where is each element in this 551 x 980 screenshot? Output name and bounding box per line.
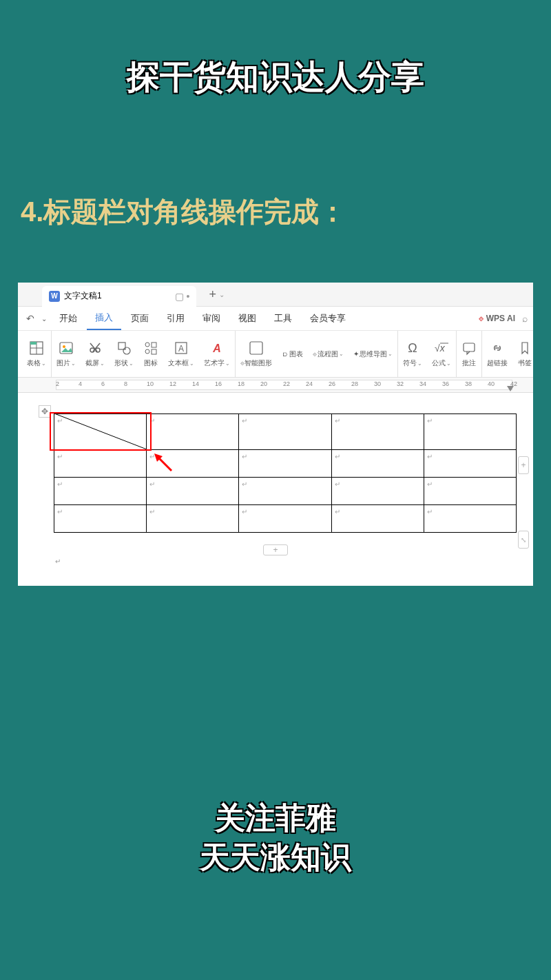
menu-item-视图[interactable]: 视图 xyxy=(230,307,264,330)
ruler-tick: 38 xyxy=(465,380,472,387)
图表-icon: ⫐ xyxy=(282,350,289,358)
ruler-tick: 22 xyxy=(283,380,290,387)
table-cell[interactable]: ↵ xyxy=(331,450,424,478)
tool-形状[interactable]: 形状 ⌄ xyxy=(110,331,138,377)
tool-超链接[interactable]: 超链接 xyxy=(482,331,512,377)
ruler-tick: 6 xyxy=(101,380,105,387)
table-cell[interactable]: ↵ xyxy=(54,478,147,505)
menu-item-会员专享[interactable]: 会员专享 xyxy=(302,307,354,330)
search-icon[interactable]: ⌕ xyxy=(522,313,528,324)
document-table[interactable]: ↵↵↵↵↵↵↵↵↵↵↵↵↵↵↵↵↵↵↵↵ xyxy=(54,414,517,533)
图片-icon xyxy=(59,340,74,356)
page-title: 探干货知识达人分享 xyxy=(0,55,551,99)
ruler-tick: 24 xyxy=(306,380,313,387)
table-cell[interactable]: ↵ xyxy=(239,414,331,450)
table-cell[interactable]: ↵ xyxy=(331,505,424,533)
undo-icon[interactable]: ↶ xyxy=(23,313,37,324)
wps-ai-button[interactable]: ⟐ WPS AI xyxy=(479,314,515,323)
形状-icon xyxy=(116,340,132,356)
dropdown-icon[interactable]: ⌄ xyxy=(39,315,50,323)
document-tab[interactable]: W 文字文稿1 ▢ • xyxy=(42,286,196,307)
table-move-handle-icon[interactable]: ✥ xyxy=(39,405,51,418)
table-cell[interactable]: ↵ xyxy=(147,505,239,533)
cursor-mark: ↵ xyxy=(55,558,61,565)
table-cell[interactable]: ↵ xyxy=(147,478,239,505)
step-heading: 4.标题栏对角线操作完成： xyxy=(21,193,346,231)
ruler-tick: 34 xyxy=(419,380,426,387)
table-cell[interactable]: ↵ xyxy=(54,414,147,450)
svg-point-11 xyxy=(123,347,130,354)
tab-bar: W 文字文稿1 ▢ • +⌄ xyxy=(18,283,533,307)
ruler-tick: 36 xyxy=(442,380,449,387)
tool-公式[interactable]: √x公式 ⌄ xyxy=(427,331,457,377)
tool-图标[interactable]: 图标 xyxy=(138,331,163,377)
ruler-tick: 2 xyxy=(56,380,59,387)
table-cell[interactable]: ↵ xyxy=(239,505,331,533)
tool-流程图[interactable]: ⟐ 流程图 ⌄ xyxy=(308,331,349,377)
ruler-tick: 16 xyxy=(215,380,222,387)
svg-text:A: A xyxy=(212,343,221,354)
ruler-tick: 30 xyxy=(374,380,381,387)
截屏-icon xyxy=(87,340,103,356)
流程图-icon: ⟐ xyxy=(313,350,317,358)
svg-rect-15 xyxy=(152,349,156,354)
ruler-tick: 4 xyxy=(79,380,82,387)
table-cell[interactable]: ↵ xyxy=(54,450,147,478)
tool-文本框[interactable]: A文本框 ⌄ xyxy=(163,331,199,377)
table-cell[interactable]: ↵ xyxy=(424,505,516,533)
svg-rect-22 xyxy=(464,343,475,351)
document-tab-label: 文字文稿1 xyxy=(64,290,102,302)
table-cell[interactable]: ↵ xyxy=(331,478,424,505)
tool-符号[interactable]: Ω符号 ⌄ xyxy=(398,331,427,377)
公式-icon: √x xyxy=(433,340,450,356)
tool-批注[interactable]: 批注 xyxy=(457,331,482,377)
tool-艺术字[interactable]: A艺术字 ⌄ xyxy=(199,331,236,377)
table-cell[interactable]: ↵ xyxy=(424,414,516,450)
menu-item-插入[interactable]: 插入 xyxy=(87,307,121,330)
menu-bar: ↶ ⌄ 开始插入页面引用审阅视图工具会员专享 ⟐ WPS AI ⌕ xyxy=(18,307,533,331)
svg-point-5 xyxy=(63,345,65,348)
批注-icon xyxy=(461,340,477,356)
tool-表格[interactable]: 表格 ⌄ xyxy=(22,331,52,377)
table-cell[interactable]: ↵ xyxy=(239,478,331,505)
table-cell[interactable]: ↵ xyxy=(331,414,424,450)
tool-图表[interactable]: ⫐ 图表 xyxy=(277,331,308,377)
智能图形-icon xyxy=(249,340,264,356)
insert-row-handle[interactable]: + xyxy=(263,544,288,555)
ruler-tick: 28 xyxy=(351,380,358,387)
符号-icon: Ω xyxy=(408,340,417,356)
menu-item-引用[interactable]: 引用 xyxy=(158,307,193,330)
ruler-tick: 40 xyxy=(488,380,495,387)
menu-item-开始[interactable]: 开始 xyxy=(51,307,85,330)
svg-point-12 xyxy=(145,343,149,347)
word-doc-icon: W xyxy=(49,291,60,302)
tool-智能图形[interactable]: ⟐智能图形 xyxy=(236,331,277,377)
insert-column-handle[interactable]: + xyxy=(518,456,529,474)
svg-rect-19 xyxy=(250,342,262,354)
table-cell[interactable]: ↵ xyxy=(424,450,516,478)
document-canvas[interactable]: ✥ ↵↵↵↵↵↵↵↵↵↵↵↵↵↵↵↵↵↵↵↵ + ⤡ + ↵ xyxy=(18,393,533,586)
resize-handle-icon[interactable]: ⤡ xyxy=(518,531,529,549)
ruler-tick: 42 xyxy=(510,380,517,387)
tool-书签[interactable]: 书签 xyxy=(512,331,533,377)
menu-item-审阅[interactable]: 审阅 xyxy=(194,307,229,330)
tool-截屏[interactable]: 截屏 ⌄ xyxy=(81,331,110,377)
table-cell[interactable]: ↵ xyxy=(424,478,516,505)
svg-text:√x: √x xyxy=(435,343,446,354)
表格-icon xyxy=(29,340,44,356)
horizontal-ruler[interactable]: 24681012141618202224262830323436384042 xyxy=(18,378,533,393)
svg-text:A: A xyxy=(178,344,184,354)
table-cell[interactable]: ↵ xyxy=(147,450,239,478)
new-tab-button[interactable]: +⌄ xyxy=(209,287,225,302)
svg-rect-13 xyxy=(152,343,156,347)
menu-item-页面[interactable]: 页面 xyxy=(123,307,157,330)
tool-思维导图[interactable]: ✦ 思维导图 ⌄ xyxy=(349,331,398,377)
超链接-icon xyxy=(490,340,505,356)
艺术字-icon: A xyxy=(209,340,225,356)
table-cell[interactable]: ↵ xyxy=(239,450,331,478)
table-cell[interactable]: ↵ xyxy=(147,414,239,450)
tab-controls[interactable]: ▢ • xyxy=(175,291,190,302)
table-cell[interactable]: ↵ xyxy=(54,505,147,533)
menu-item-工具[interactable]: 工具 xyxy=(266,307,300,330)
tool-图片[interactable]: 图片 ⌄ xyxy=(52,331,81,377)
